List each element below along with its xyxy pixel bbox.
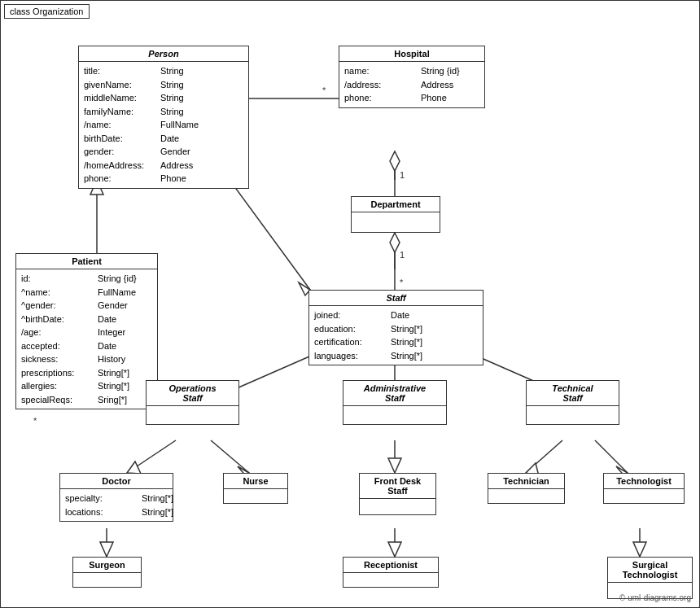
svg-text:*: * (33, 416, 37, 426)
class-department: Department (351, 196, 440, 233)
class-administrative-staff-attrs (343, 406, 446, 411)
svg-text:1: 1 (400, 250, 405, 260)
svg-text:*: * (400, 278, 404, 287)
class-technician: Technician (488, 473, 565, 504)
class-front-desk-staff-attrs (360, 499, 435, 507)
class-doctor-attrs: specialty:String[*] locations:String[*] (60, 489, 173, 521)
class-doctor: Doctor specialty:String[*] locations:Str… (59, 473, 173, 522)
class-receptionist: Receptionist (343, 557, 439, 588)
class-nurse-title: Nurse (224, 474, 287, 489)
class-staff-title: Staff (309, 291, 483, 306)
svg-marker-31 (388, 458, 401, 473)
svg-line-26 (127, 440, 176, 473)
class-staff-attrs: joined:Date education:String[*] certific… (309, 306, 483, 365)
class-hospital-title: Hospital (339, 46, 484, 62)
class-person-title: Person (79, 46, 248, 62)
class-operations-staff: OperationsStaff (146, 380, 239, 425)
class-doctor-title: Doctor (60, 474, 173, 489)
class-technologist-attrs (604, 489, 684, 497)
svg-marker-41 (633, 542, 646, 557)
svg-marker-39 (388, 542, 401, 557)
class-surgical-technologist-attrs (608, 583, 692, 591)
class-technologist: Technologist (603, 473, 685, 504)
svg-marker-9 (390, 233, 400, 252)
class-nurse-attrs (224, 489, 287, 497)
diagram-title: class Organization (4, 4, 90, 19)
copyright-text: © uml-diagrams.org (619, 593, 691, 602)
uml-diagram: class Organization * * 1 * 1 * * (0, 0, 700, 608)
svg-text:1: 1 (400, 170, 405, 180)
class-technologist-title: Technologist (604, 474, 684, 489)
class-staff: Staff joined:Date education:String[*] ce… (308, 290, 483, 365)
class-surgeon-title: Surgeon (73, 558, 141, 573)
class-technician-attrs (488, 489, 564, 497)
class-person: Person title:String givenName:String mid… (78, 46, 249, 189)
svg-line-32 (526, 440, 562, 473)
class-operations-staff-title: OperationsStaff (147, 381, 238, 406)
class-hospital: Hospital name:String {id} /address:Addre… (339, 46, 485, 108)
class-front-desk-staff-title: Front DeskStaff (360, 474, 435, 499)
class-administrative-staff: AdministrativeStaff (343, 380, 447, 425)
svg-marker-37 (100, 542, 113, 557)
class-operations-staff-attrs (147, 406, 238, 411)
svg-text:*: * (322, 85, 326, 95)
class-technician-title: Technician (488, 474, 564, 489)
class-surgeon-attrs (73, 573, 141, 581)
class-patient-title: Patient (16, 254, 157, 269)
class-technical-staff-attrs (527, 406, 619, 411)
class-technical-staff: TechnicalStaff (526, 380, 619, 425)
class-department-title: Department (352, 197, 440, 212)
class-patient: Patient id:String {id} ^name:FullName ^g… (15, 253, 158, 409)
class-hospital-attrs: name:String {id} /address:Address phone:… (339, 62, 484, 107)
svg-line-34 (595, 440, 628, 473)
class-receptionist-attrs (343, 573, 438, 581)
class-department-attrs (352, 212, 440, 227)
class-receptionist-title: Receptionist (343, 558, 438, 573)
class-nurse: Nurse (223, 473, 288, 504)
svg-marker-4 (390, 151, 400, 171)
class-technical-staff-title: TechnicalStaff (527, 381, 619, 406)
class-person-attrs: title:String givenName:String middleName… (79, 62, 248, 188)
class-surgical-technologist-title: SurgicalTechnologist (608, 558, 692, 583)
svg-line-28 (211, 440, 249, 473)
class-patient-attrs: id:String {id} ^name:FullName ^gender:Ge… (16, 269, 157, 409)
svg-marker-27 (127, 461, 141, 474)
class-administrative-staff-title: AdministrativeStaff (343, 381, 446, 406)
class-front-desk-staff: Front DeskStaff (359, 473, 436, 515)
class-surgeon: Surgeon (72, 557, 142, 588)
